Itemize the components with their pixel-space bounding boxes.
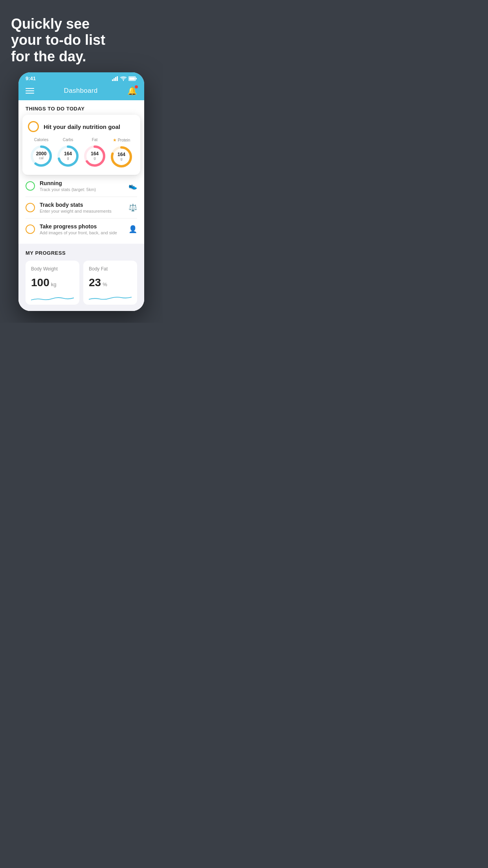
todo-text-body-stats: Track body stats Enter your weight and m… — [40, 202, 124, 213]
todo-item-running[interactable]: Running Track your stats (target: 5km) 👟 — [26, 175, 137, 197]
nutrition-card-header: Hit your daily nutrition goal — [28, 121, 135, 132]
todo-title-running: Running — [40, 180, 124, 186]
star-icon: ★ — [113, 138, 117, 143]
todo-list: Running Track your stats (target: 5km) 👟… — [18, 175, 144, 240]
carbs-unit: g — [64, 157, 72, 161]
calories-label: Calories — [34, 138, 49, 142]
phone-mockup: 9:41 — [0, 72, 163, 323]
menu-icon[interactable] — [26, 88, 34, 94]
status-icons — [112, 76, 137, 81]
phone-screen: 9:41 — [18, 72, 144, 311]
carbs-item: Carbs 164 g — [56, 138, 80, 168]
body-fat-title: Body Fat — [89, 266, 132, 272]
progress-section: MY PROGRESS Body Weight 100 kg — [18, 244, 144, 311]
carbs-label: Carbs — [63, 138, 73, 142]
svg-rect-5 — [136, 78, 137, 79]
calories-unit: cal — [36, 157, 47, 161]
protein-item: ★ Protein 164 g — [110, 138, 133, 169]
todo-text-running: Running Track your stats (target: 5km) — [40, 180, 124, 192]
todo-item-photos[interactable]: Take progress photos Add images of your … — [26, 218, 137, 240]
protein-unit: g — [117, 158, 125, 162]
shoe-icon: 👟 — [128, 182, 137, 190]
progress-cards: Body Weight 100 kg Body Fat — [26, 261, 137, 305]
phone-content: THINGS TO DO TODAY Hit your daily nutrit… — [18, 100, 144, 311]
svg-rect-0 — [112, 79, 113, 81]
protein-label-wrapper: ★ Protein — [113, 138, 130, 143]
nutrition-card[interactable]: Hit your daily nutrition goal Calories 2 — [22, 115, 140, 175]
wifi-icon — [120, 76, 127, 81]
protein-label: Protein — [118, 138, 130, 142]
nav-title: Dashboard — [64, 87, 98, 95]
body-weight-card[interactable]: Body Weight 100 kg — [26, 261, 79, 305]
body-fat-chart — [89, 293, 132, 305]
body-fat-value-container: 23 % — [89, 276, 132, 289]
protein-donut: 164 g — [110, 145, 133, 169]
calories-item: Calories 2000 cal — [29, 138, 53, 168]
body-fat-card[interactable]: Body Fat 23 % — [83, 261, 137, 305]
svg-rect-6 — [129, 77, 135, 80]
todo-title-body-stats: Track body stats — [40, 202, 124, 208]
fat-item: Fat 164 g — [83, 138, 106, 168]
todo-subtitle-body-stats: Enter your weight and measurements — [40, 209, 124, 213]
nutrition-toggle[interactable] — [28, 121, 39, 132]
calories-donut: 2000 cal — [29, 144, 53, 168]
todo-subtitle-running: Track your stats (target: 5km) — [40, 187, 124, 192]
todo-circle-running — [26, 181, 35, 191]
status-bar: 9:41 — [18, 72, 144, 83]
carbs-donut: 164 g — [56, 144, 80, 168]
svg-rect-2 — [115, 77, 116, 81]
status-time: 9:41 — [26, 75, 36, 81]
todo-item-body-stats[interactable]: Track body stats Enter your weight and m… — [26, 197, 137, 218]
body-weight-title: Body Weight — [31, 266, 74, 272]
background-headline: Quickly see your to-do list for the day. — [0, 0, 163, 72]
svg-rect-1 — [114, 78, 115, 81]
todo-circle-photos — [26, 224, 35, 234]
body-weight-unit: kg — [51, 281, 57, 287]
progress-title: MY PROGRESS — [26, 250, 137, 256]
scale-icon: ⚖️ — [128, 203, 137, 212]
nutrition-circles: Calories 2000 cal — [28, 138, 135, 169]
fat-donut: 164 g — [83, 144, 106, 168]
todo-text-photos: Take progress photos Add images of your … — [40, 223, 124, 235]
svg-rect-3 — [117, 76, 118, 81]
battery-icon — [128, 76, 137, 81]
todo-subtitle-photos: Add images of your front, back, and side — [40, 230, 124, 235]
notification-dot — [135, 85, 138, 88]
body-weight-value: 100 — [31, 276, 50, 289]
signal-icon — [112, 76, 118, 81]
todo-circle-body-stats — [26, 203, 35, 212]
body-weight-value-container: 100 kg — [31, 276, 74, 289]
body-fat-value: 23 — [89, 276, 101, 289]
things-todo-section: THINGS TO DO TODAY — [18, 100, 144, 115]
fat-label: Fat — [92, 138, 97, 142]
person-icon: 👤 — [128, 225, 137, 234]
nutrition-card-title: Hit your daily nutrition goal — [44, 123, 120, 130]
bell-icon[interactable]: 🔔 — [127, 86, 137, 96]
body-fat-unit: % — [103, 281, 107, 287]
fat-unit: g — [91, 157, 99, 161]
todo-title-photos: Take progress photos — [40, 223, 124, 230]
body-weight-chart — [31, 293, 74, 305]
things-todo-title: THINGS TO DO TODAY — [26, 106, 137, 112]
nav-bar: Dashboard 🔔 — [18, 83, 144, 100]
